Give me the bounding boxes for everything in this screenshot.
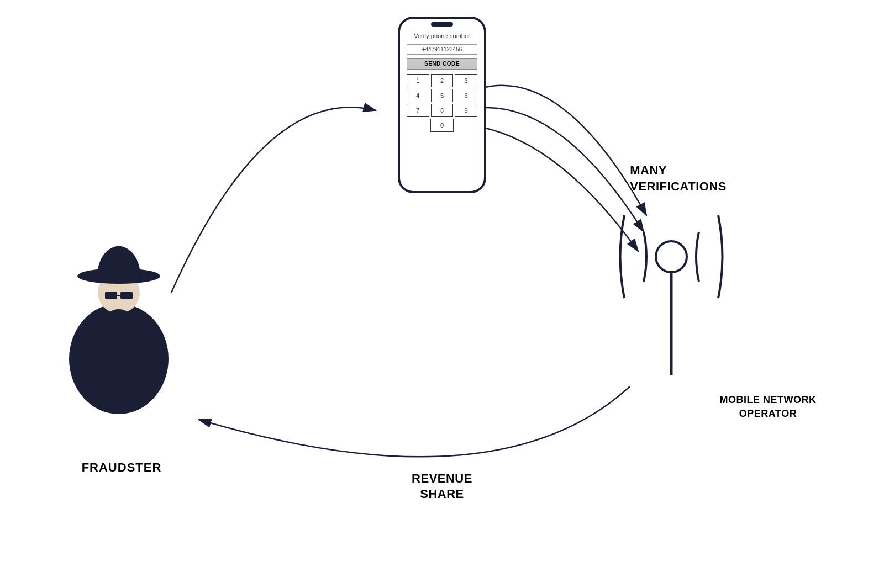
fraudster-glasses-left xyxy=(105,292,117,299)
key-2[interactable]: 2 xyxy=(431,74,454,87)
fraudster-neck xyxy=(107,309,131,326)
keypad: 1 2 3 4 5 6 7 8 9 xyxy=(407,74,477,117)
send-code-button[interactable]: SEND CODE xyxy=(407,58,477,70)
many-verif-text: MANY VERIFICATIONS xyxy=(630,163,727,193)
key-9[interactable]: 9 xyxy=(455,104,477,117)
fraudster-glasses-right xyxy=(120,292,133,299)
signal-wave-inner-left xyxy=(644,232,646,282)
key-7[interactable]: 7 xyxy=(407,104,429,117)
key-3[interactable]: 3 xyxy=(455,74,477,87)
fraudster-hat-top xyxy=(97,246,141,276)
phone-mockup: Verify phone number +447911123456 SEND C… xyxy=(398,17,486,193)
revenue-share-label: REVENUESHARE xyxy=(412,471,472,502)
fraudster-to-phone-arrow xyxy=(171,107,376,293)
key-0[interactable]: 0 xyxy=(430,119,454,132)
fraudster-label: FRAUDSTER xyxy=(82,460,162,474)
revenue-share-arrow xyxy=(199,386,630,457)
signal-wave-outer-right xyxy=(718,215,723,298)
diagram-container: Verify phone number +447911123456 SEND C… xyxy=(0,0,884,588)
key-8[interactable]: 8 xyxy=(431,104,454,117)
signal-wave-inner-right xyxy=(696,232,699,282)
many-verifications-label: MANY VERIFICATIONS xyxy=(630,163,727,194)
key-4[interactable]: 4 xyxy=(407,89,429,102)
antenna-circle xyxy=(656,241,687,272)
phone-title: Verify phone number xyxy=(414,32,470,40)
key-5[interactable]: 5 xyxy=(431,89,454,102)
operator-label-container: MOBILE NETWORKOPERATOR xyxy=(696,386,840,421)
key-1[interactable]: 1 xyxy=(407,74,429,87)
fraudster-label-container: FRAUDSTER xyxy=(66,460,177,475)
phone-number-display: +447911123456 xyxy=(407,44,477,55)
key-6[interactable]: 6 xyxy=(455,89,477,102)
key-zero-row: 0 xyxy=(430,119,454,132)
phone-to-antenna-arrow-1 xyxy=(481,86,646,215)
operator-label: MOBILE NETWORKOPERATOR xyxy=(696,393,840,421)
